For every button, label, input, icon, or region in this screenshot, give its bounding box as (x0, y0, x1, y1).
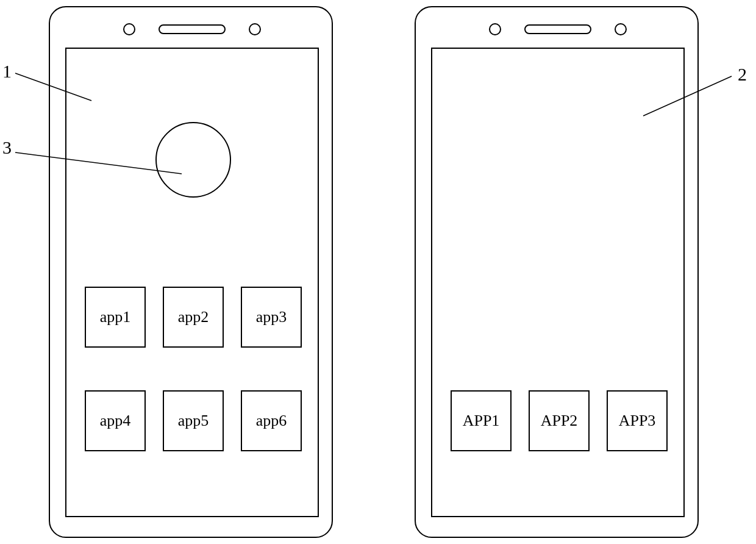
app-app5[interactable]: app5 (163, 390, 224, 451)
phone-right-screen: APP1 APP2 APP3 (431, 48, 685, 517)
app-app3[interactable]: app3 (241, 287, 302, 348)
sensor-right-icon (249, 23, 261, 35)
phone-left-screen: app1 app2 app3 app4 app5 app6 (65, 48, 319, 517)
earpiece-icon (524, 24, 591, 34)
callout-3: 3 (2, 137, 12, 158)
sensor-right-icon (615, 23, 627, 35)
app-app4[interactable]: app4 (85, 390, 146, 451)
phone-left: app1 app2 app3 app4 app5 app6 (49, 6, 333, 538)
callout-2: 2 (738, 64, 747, 85)
diagram-canvas: app1 app2 app3 app4 app5 app6 APP1 APP2 … (0, 0, 756, 544)
phone-right: APP1 APP2 APP3 (415, 6, 699, 538)
app-app2[interactable]: app2 (163, 287, 224, 348)
app-app1[interactable]: app1 (85, 287, 146, 348)
circle-widget[interactable] (155, 122, 231, 198)
callout-1: 1 (2, 61, 12, 82)
sensor-left-icon (489, 23, 501, 35)
app-APP3[interactable]: APP3 (607, 390, 668, 451)
earpiece-icon (159, 24, 226, 34)
app-APP1[interactable]: APP1 (451, 390, 512, 451)
app-APP2[interactable]: APP2 (529, 390, 590, 451)
app-app6[interactable]: app6 (241, 390, 302, 451)
sensor-left-icon (123, 23, 135, 35)
